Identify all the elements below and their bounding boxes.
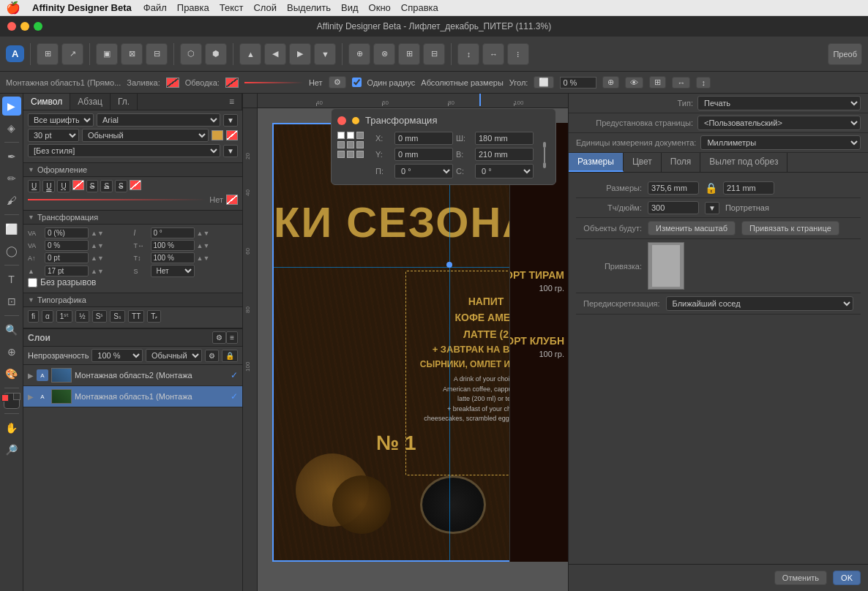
tool-zoom[interactable]: 🔍 [2, 320, 21, 339]
menu-layer[interactable]: Слой [253, 2, 277, 13]
canvas-area[interactable]: 40 60 80 100 120 20 40 60 80 100 КИ СЕЗО [243, 94, 568, 591]
toolbar-grid-btn[interactable]: ⊞ [37, 43, 59, 65]
tab-symbol[interactable]: Символ [23, 94, 70, 110]
ctx-btn3[interactable]: ⊞ [649, 76, 666, 89]
anchor-dot-bl[interactable] [337, 151, 345, 158]
tf-size-input[interactable] [45, 266, 89, 276]
toolbar-arrow-r-btn[interactable]: ▶ [289, 43, 311, 65]
decoration-header[interactable]: ▼ Оформление [23, 163, 242, 177]
tf-scale-v-input[interactable] [151, 252, 195, 263]
strikethrough-btn-3[interactable]: S [115, 180, 127, 192]
ctx-btn2[interactable]: 👁 [625, 77, 643, 89]
anchor-dot-mc[interactable] [347, 141, 354, 148]
panel-menu-btn[interactable]: ≡ [222, 94, 242, 110]
transform-header[interactable]: ▼ Трансформация [23, 211, 242, 225]
deco-color-swatch2[interactable] [130, 180, 141, 190]
tool-fill[interactable]: ⊕ [2, 342, 21, 361]
anchor-dot-ml[interactable] [337, 141, 345, 148]
bind-to-page-btn[interactable]: Привязать к странице [741, 221, 839, 236]
layers-settings-btn[interactable]: ⚙ [212, 331, 226, 344]
layer-check-2[interactable]: ✓ [231, 370, 238, 380]
dialog-r-select[interactable]: 0 ° [394, 164, 453, 178]
toolbar-arrow-l-btn[interactable]: ◀ [264, 43, 286, 65]
lock-icon[interactable]: 🔒 [705, 182, 717, 194]
ctx-btn4[interactable]: ↔ [672, 77, 690, 89]
dialog-min-btn[interactable] [352, 117, 359, 124]
font-size-select[interactable]: 30 pt [28, 129, 79, 142]
toolbar-triangle-btn[interactable]: ▲ [239, 43, 261, 65]
anchor-dot-bc[interactable] [347, 151, 354, 158]
toolbar-share-btn[interactable]: ↗ [61, 43, 83, 65]
layer-lock2-btn[interactable]: 🔒 [222, 350, 238, 362]
underline-btn-1[interactable]: U [28, 180, 40, 192]
minimize-button[interactable] [20, 22, 29, 31]
tool-zoom2[interactable]: 🔎 [2, 440, 21, 459]
tool-paint[interactable]: 🎨 [2, 364, 21, 383]
dialog-h-input[interactable] [475, 148, 534, 161]
apple-menu[interactable]: 🍎 [6, 1, 20, 15]
typo-tt-btn[interactable]: TT [128, 310, 144, 323]
para-style-select[interactable]: [Без стиля] [28, 144, 220, 157]
toolbar-more-btn[interactable]: ⫶ [507, 43, 529, 65]
tf-slant-select[interactable]: Нет [151, 265, 195, 277]
tab-paragraph[interactable]: Абзац [70, 94, 111, 110]
text-color-swatch[interactable] [212, 130, 223, 140]
resample-select[interactable]: Ближайший сосед [666, 296, 853, 311]
style-menu-btn[interactable]: ▼ [223, 145, 238, 157]
tab-color[interactable]: Цвет [624, 153, 662, 172]
tool-shape[interactable]: ⬜ [2, 219, 21, 238]
menu-edit[interactable]: Правка [177, 2, 209, 13]
typo-frac-btn[interactable]: ½ [75, 310, 89, 323]
one-radius-checkbox[interactable] [352, 78, 362, 87]
tool-pan[interactable]: ✋ [2, 418, 21, 437]
tf-angle-input[interactable] [151, 227, 195, 238]
typo-sub-btn[interactable]: Sₛ [110, 310, 125, 323]
toolbar-grid2-btn[interactable]: ⊞ [398, 43, 420, 65]
toolbar-snapping-btn[interactable]: ⊗ [373, 43, 395, 65]
tab-margins[interactable]: Поля [662, 153, 701, 172]
toolbar-select-btn[interactable]: ▣ [96, 43, 118, 65]
ctx-btn1[interactable]: ⊕ [602, 76, 619, 89]
toolbar-preob-btn[interactable]: Преоб [828, 43, 862, 65]
tf-va-shift-input[interactable] [45, 240, 89, 251]
tool-select[interactable]: ▶ [2, 97, 21, 116]
layers-menu-btn[interactable]: ≡ [226, 331, 238, 344]
dpi-input[interactable] [648, 201, 699, 214]
dim-h-input[interactable] [723, 181, 774, 195]
type-select[interactable]: Печать [697, 96, 861, 110]
menu-file[interactable]: Файл [143, 2, 167, 13]
angle-box-btn[interactable]: ⬜ [534, 76, 554, 89]
cancel-btn[interactable]: Отменить [774, 571, 827, 585]
opacity-select[interactable]: 100 % [91, 349, 143, 362]
dim-w-input[interactable] [648, 181, 699, 195]
anchor-dot-tr[interactable] [356, 132, 364, 139]
strikethrough-btn-1[interactable]: S [86, 180, 99, 192]
tool-pen[interactable]: ✒ [2, 147, 21, 166]
dialog-s-select[interactable]: 0 ° [475, 164, 534, 178]
toolbar-constraints-btn[interactable]: ↕ [457, 43, 479, 65]
angle-input[interactable] [560, 77, 596, 89]
typo-alpha-btn[interactable]: α [42, 310, 53, 323]
tab-gl[interactable]: Гл. [111, 94, 138, 110]
anchor-dot-mr[interactable] [356, 141, 364, 148]
typography-header[interactable]: ▼ Типографика [23, 293, 242, 307]
settings-btn[interactable]: ⚙ [329, 76, 346, 89]
anchor-dot-br[interactable] [356, 151, 364, 158]
layer-item-1[interactable]: ▶ A Монтажная область1 (Монтажа ✓ [23, 386, 242, 407]
menu-window[interactable]: Окно [369, 2, 391, 13]
toolbar-snap-btn[interactable]: ⊕ [348, 43, 370, 65]
underline-btn-2[interactable]: U [42, 180, 55, 192]
tf-va-percent-input[interactable] [45, 227, 89, 238]
toolbar-transform-btn[interactable]: ⊠ [121, 43, 143, 65]
fill-swatch[interactable] [166, 78, 179, 88]
underline-btn-3[interactable]: U [57, 180, 70, 192]
menu-view[interactable]: Вид [341, 2, 359, 13]
menu-help[interactable]: Справка [401, 2, 438, 13]
dpi-dropdown-btn[interactable]: ▼ [705, 202, 719, 214]
deco-color-swatch[interactable] [72, 180, 84, 190]
text-stroke-swatch[interactable] [226, 130, 238, 140]
toolbar-arrow-d-btn[interactable]: ▼ [314, 43, 336, 65]
toolbar-place-btn[interactable]: ⬡ [180, 43, 202, 65]
tool-frame[interactable]: ⊡ [2, 292, 21, 311]
close-button[interactable] [7, 22, 16, 31]
